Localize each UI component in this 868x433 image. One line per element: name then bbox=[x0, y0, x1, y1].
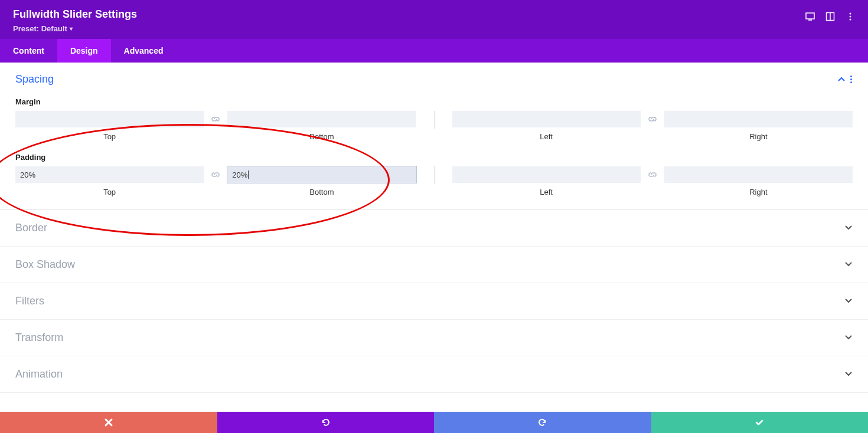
tabs: Content Design Advanced bbox=[0, 39, 868, 63]
margin-right-label: Right bbox=[749, 132, 767, 141]
collapse-icon[interactable] bbox=[837, 76, 846, 84]
padding-right-label: Right bbox=[749, 188, 767, 196]
padding-bottom-input[interactable]: 20% bbox=[227, 166, 416, 183]
padding-top-label: Top bbox=[103, 188, 116, 196]
margin-right-input[interactable] bbox=[664, 111, 853, 127]
section-kebab-icon[interactable] bbox=[850, 76, 853, 83]
section-title: Animation bbox=[15, 368, 63, 380]
margin-left-label: Left bbox=[540, 132, 553, 141]
expand-modal-icon[interactable] bbox=[825, 12, 835, 21]
header-actions bbox=[805, 8, 855, 21]
svg-point-5 bbox=[850, 16, 851, 18]
section-title: Box Shadow bbox=[15, 258, 75, 271]
preset-selector[interactable]: Preset: Default ▾ bbox=[13, 24, 137, 33]
link-icon[interactable] bbox=[648, 114, 657, 124]
cancel-button[interactable] bbox=[0, 412, 217, 433]
margin-label: Margin bbox=[15, 97, 853, 106]
section-title-spacing[interactable]: Spacing bbox=[15, 73, 54, 86]
page-title: Fullwidth Slider Settings bbox=[13, 8, 137, 21]
section-spacing: Spacing Margin Top Bott bbox=[0, 63, 868, 210]
responsive-desktop-icon[interactable] bbox=[805, 12, 815, 21]
chevron-down-icon bbox=[844, 369, 853, 379]
close-icon bbox=[104, 418, 113, 427]
tab-content[interactable]: Content bbox=[0, 39, 57, 63]
tab-advanced[interactable]: Advanced bbox=[111, 39, 177, 63]
section-title: Transform bbox=[15, 332, 63, 344]
chevron-down-icon bbox=[844, 223, 853, 233]
redo-button[interactable] bbox=[434, 412, 651, 433]
caret-down-icon: ▾ bbox=[70, 25, 73, 32]
padding-left-input[interactable] bbox=[452, 166, 641, 183]
chevron-down-icon bbox=[844, 333, 853, 343]
padding-top-input[interactable] bbox=[15, 166, 204, 183]
save-button[interactable] bbox=[651, 412, 869, 433]
section-title: Filters bbox=[15, 295, 44, 307]
kebab-menu-icon[interactable] bbox=[846, 12, 855, 21]
section-animation[interactable]: Animation bbox=[0, 356, 868, 393]
redo-icon bbox=[538, 418, 547, 427]
link-icon[interactable] bbox=[211, 114, 220, 124]
margin-top-label: Top bbox=[103, 132, 116, 141]
svg-point-4 bbox=[850, 13, 851, 15]
section-transform[interactable]: Transform bbox=[0, 320, 868, 356]
link-icon[interactable] bbox=[211, 170, 220, 179]
link-icon[interactable] bbox=[648, 170, 657, 179]
chevron-down-icon bbox=[844, 296, 853, 306]
check-icon bbox=[755, 418, 764, 427]
padding-label: Padding bbox=[15, 153, 853, 162]
svg-point-6 bbox=[850, 19, 851, 21]
margin-left-input[interactable] bbox=[452, 111, 641, 127]
footer bbox=[0, 412, 868, 433]
section-filters[interactable]: Filters bbox=[0, 283, 868, 320]
margin-row: Top Bottom Left bbox=[15, 111, 853, 141]
preset-label: Preset: Default bbox=[13, 24, 67, 33]
section-box-shadow[interactable]: Box Shadow bbox=[0, 247, 868, 283]
undo-button[interactable] bbox=[217, 412, 435, 433]
chevron-down-icon bbox=[844, 260, 853, 270]
padding-left-label: Left bbox=[540, 188, 553, 196]
undo-icon bbox=[321, 418, 330, 427]
tab-design[interactable]: Design bbox=[57, 39, 111, 63]
header-left: Fullwidth Slider Settings Preset: Defaul… bbox=[13, 8, 137, 33]
section-title: Border bbox=[15, 222, 47, 234]
header: Fullwidth Slider Settings Preset: Defaul… bbox=[0, 0, 868, 39]
section-border[interactable]: Border bbox=[0, 210, 868, 247]
padding-bottom-label: Bottom bbox=[309, 188, 334, 196]
margin-bottom-input[interactable] bbox=[227, 111, 416, 127]
margin-bottom-label: Bottom bbox=[309, 132, 334, 141]
padding-right-input[interactable] bbox=[664, 166, 853, 183]
svg-rect-0 bbox=[806, 13, 814, 19]
padding-row: Top 20% Bottom Left bbox=[15, 166, 853, 196]
content-area: Spacing Margin Top Bott bbox=[0, 63, 868, 409]
margin-top-input[interactable] bbox=[15, 111, 204, 127]
